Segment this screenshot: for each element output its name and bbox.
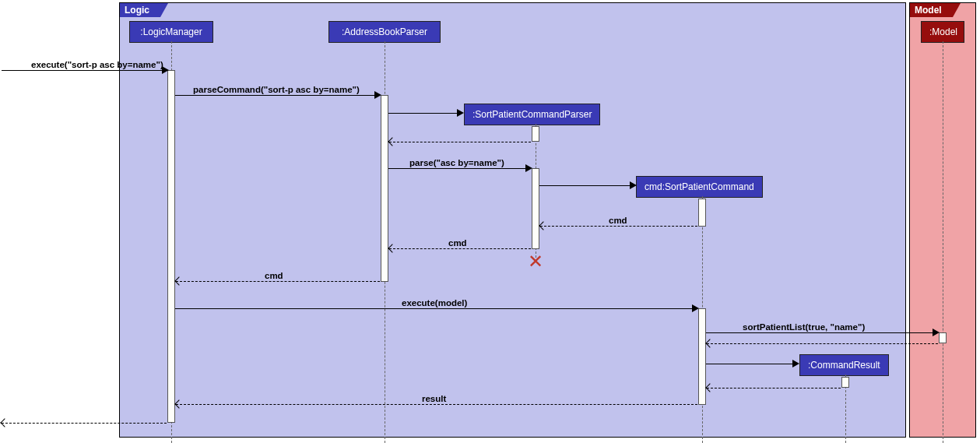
arrowhead-create-result: [792, 360, 799, 367]
participant-address-book-parser: :AddressBookParser: [328, 21, 441, 43]
arrow-create-result: [706, 364, 797, 364]
activation-sort-parser-create: [532, 126, 539, 142]
destroy-icon: ✕: [528, 251, 543, 272]
activation-sort-cmd-exec: [698, 308, 706, 405]
arrowhead-execute-model: [692, 304, 699, 312]
arrow-create-sort-parser: [388, 113, 462, 114]
msg-execute-model: execute(model): [402, 298, 467, 308]
arrowhead-return-external: [0, 418, 9, 427]
activation-command-result: [841, 377, 849, 388]
arrow-return-result: [707, 388, 841, 389]
arrow-return-sort-parser: [389, 142, 531, 142]
participant-logic-manager: :LogicManager: [129, 21, 213, 43]
msg-execute: execute("sort-p asc by=name"): [31, 60, 163, 69]
msg-parse-command: parseCommand("sort-p asc by=name"): [193, 85, 360, 94]
arrow-cmd2: [389, 248, 531, 249]
arrowhead-parse: [525, 164, 532, 172]
participant-sort-command: cmd:SortPatientCommand: [636, 176, 763, 198]
logic-frame: Logic: [119, 2, 906, 438]
arrow-execute-model: [175, 308, 697, 309]
participant-sort-parser: :SortPatientCommandParser: [464, 104, 600, 125]
arrow-parse-command: [175, 95, 379, 96]
arrow-create-sort-cmd: [539, 185, 634, 186]
msg-sort-list: sortPatientList(true, "name"): [743, 322, 865, 332]
arrowhead-parse-command: [374, 91, 381, 99]
activation-sort-cmd-create: [698, 199, 706, 227]
logic-frame-title: Logic: [120, 3, 160, 17]
participant-model: :Model: [921, 21, 964, 43]
activation-model: [939, 332, 947, 343]
arrow-execute: [2, 70, 165, 71]
arrow-return-external: [2, 423, 167, 424]
arrowhead-create-sort-parser: [457, 109, 464, 117]
arrowhead-create-sort-cmd: [630, 181, 637, 189]
model-frame-title: Model: [910, 3, 953, 17]
activation-sort-parser-parse: [532, 168, 539, 249]
msg-cmd2: cmd: [448, 238, 467, 248]
arrowhead-sort-list: [933, 329, 940, 336]
msg-cmd1: cmd: [609, 216, 627, 225]
msg-parse: parse("asc by=name"): [409, 158, 504, 167]
participant-command-result: :CommandResult: [799, 354, 889, 376]
lifeline-model: [943, 41, 943, 443]
arrow-sort-list: [706, 332, 937, 333]
arrowhead-execute: [162, 66, 169, 74]
msg-cmd3: cmd: [265, 271, 283, 280]
activation-parser: [381, 95, 388, 282]
msg-result: result: [422, 394, 446, 403]
arrow-return-model: [707, 343, 938, 344]
arrow-result: [176, 404, 697, 405]
arrow-parse: [388, 168, 530, 169]
arrow-cmd1: [540, 226, 697, 227]
activation-logic-manager: [167, 70, 175, 423]
arrow-cmd3: [176, 281, 380, 282]
